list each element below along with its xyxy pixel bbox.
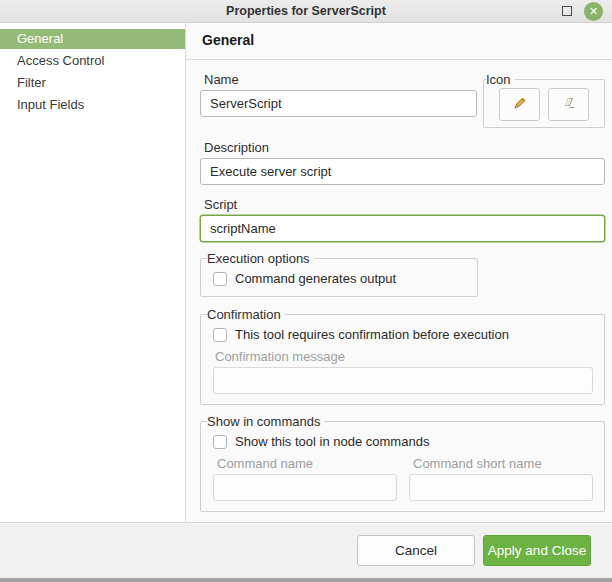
sidebar-item-filter[interactable]: Filter xyxy=(0,73,185,93)
confirmation-message-label: Confirmation message xyxy=(215,349,593,364)
main-panel: General Name Icon xyxy=(186,23,612,522)
command-short-name-label: Command short name xyxy=(413,456,593,471)
confirmation-message-input[interactable] xyxy=(213,367,593,394)
command-name-input[interactable] xyxy=(213,474,397,501)
sidebar-item-access-control[interactable]: Access Control xyxy=(0,51,185,71)
confirmation-group: Confirmation This tool requires confirma… xyxy=(200,307,605,405)
name-input[interactable] xyxy=(200,90,477,117)
script-input[interactable] xyxy=(200,215,605,242)
sidebar-item-general[interactable]: General xyxy=(0,29,185,49)
page-title: General xyxy=(202,32,254,48)
name-label: Name xyxy=(204,72,477,87)
heading-bar: General xyxy=(186,23,612,60)
show-tool-row[interactable]: Show this tool in node commands xyxy=(213,434,593,449)
icon-group: Icon xyxy=(483,72,605,128)
properties-dialog: Properties for ServerScript ✕ General Ac… xyxy=(0,0,612,578)
close-button[interactable]: ✕ xyxy=(584,2,603,21)
apply-and-close-button[interactable]: Apply and Close xyxy=(483,535,591,566)
cancel-button[interactable]: Cancel xyxy=(357,535,475,566)
requires-confirmation-row[interactable]: This tool requires confirmation before e… xyxy=(213,327,593,342)
close-icon: ✕ xyxy=(589,6,598,17)
window-title: Properties for ServerScript xyxy=(0,4,612,18)
maximize-button[interactable] xyxy=(562,6,572,16)
form-content: Name Icon xyxy=(186,60,612,522)
clear-icon-button[interactable] xyxy=(548,88,589,121)
eraser-icon xyxy=(560,94,578,116)
command-short-name-input[interactable] xyxy=(409,474,593,501)
show-tool-label: Show this tool in node commands xyxy=(235,434,429,449)
sidebar-item-input-fields[interactable]: Input Fields xyxy=(0,95,185,115)
description-label: Description xyxy=(204,140,605,155)
script-label: Script xyxy=(204,197,605,212)
requires-confirmation-label: This tool requires confirmation before e… xyxy=(235,327,509,342)
execution-options-group: Execution options Command generates outp… xyxy=(200,251,478,297)
show-in-commands-legend: Show in commands xyxy=(207,414,324,429)
confirmation-legend: Confirmation xyxy=(207,307,285,322)
edit-icon-button[interactable] xyxy=(499,88,540,121)
pen-icon xyxy=(511,94,529,116)
footer-bar: Cancel Apply and Close xyxy=(0,522,612,578)
requires-confirmation-checkbox[interactable] xyxy=(213,328,227,342)
description-input[interactable] xyxy=(200,158,605,185)
window-bottom-edge xyxy=(0,578,612,582)
command-generates-output-row[interactable]: Command generates output xyxy=(213,271,466,286)
titlebar[interactable]: Properties for ServerScript ✕ xyxy=(0,0,612,23)
command-generates-output-checkbox[interactable] xyxy=(213,272,227,286)
window-controls: ✕ xyxy=(562,2,612,21)
show-tool-checkbox[interactable] xyxy=(213,435,227,449)
show-in-commands-group: Show in commands Show this tool in node … xyxy=(200,414,605,512)
icon-group-legend: Icon xyxy=(486,72,515,87)
sidebar: General Access Control Filter Input Fiel… xyxy=(0,23,186,522)
command-name-label: Command name xyxy=(217,456,397,471)
execution-options-legend: Execution options xyxy=(207,251,314,266)
command-generates-output-label: Command generates output xyxy=(235,271,396,286)
